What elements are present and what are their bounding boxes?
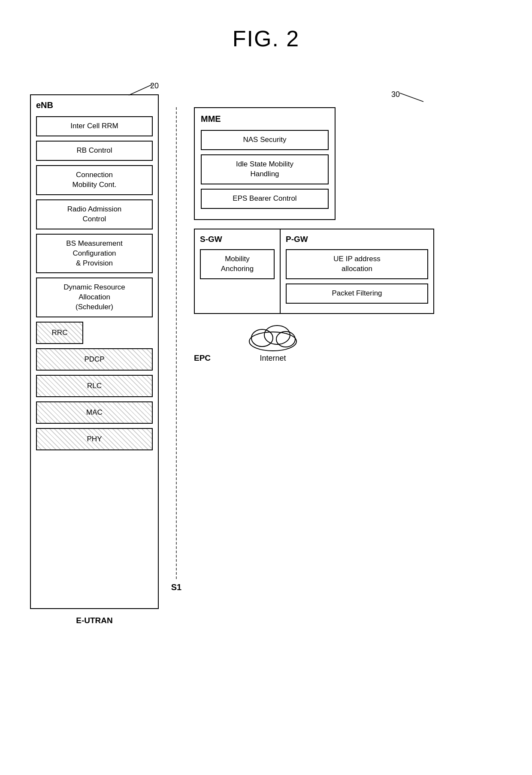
rrc-hatched-box: RRC — [36, 322, 83, 344]
ue-ip-box: UE IP addressallocation — [286, 249, 428, 279]
connection-mobility-box: ConnectionMobility Cont. — [36, 165, 153, 195]
sgw-label: S-GW — [200, 235, 275, 244]
pdcp-hatched-box: PDCP — [36, 348, 153, 371]
inter-cell-rrm-box: Inter Cell RRM — [36, 116, 153, 136]
mme-block: MME NAS Security Idle State MobilityHand… — [194, 107, 336, 220]
phy-hatched-box: PHY — [36, 428, 153, 450]
pgw-label: P-GW — [286, 235, 428, 244]
sgw-block: S-GW MobilityAnchoring — [195, 229, 281, 313]
svg-point-3 — [251, 329, 273, 347]
internet-cloud-container: Internet — [245, 320, 301, 363]
svg-line-1 — [400, 93, 423, 102]
ref-30-line — [396, 91, 430, 104]
page-title: FIG. 2 — [233, 26, 299, 51]
internet-label: Internet — [260, 354, 286, 363]
nas-security-box: NAS Security — [201, 130, 329, 150]
dashed-separator — [176, 107, 177, 579]
svg-line-0 — [129, 84, 152, 95]
epc-section: 30 MME NAS Security Idle State MobilityH… — [194, 94, 434, 363]
s1-label: S1 — [171, 582, 181, 592]
mme-label: MME — [201, 114, 329, 124]
internet-cloud-icon — [245, 320, 301, 352]
gateway-row: S-GW MobilityAnchoring P-GW UE IP addres… — [194, 229, 434, 314]
rlc-hatched-box: RLC — [36, 375, 153, 397]
pgw-block: P-GW UE IP addressallocation Packet Filt… — [281, 229, 433, 313]
eps-bearer-box: EPS Bearer Control — [201, 189, 329, 209]
packet-filtering-box: Packet Filtering — [286, 283, 428, 304]
mobility-anchoring-box: MobilityAnchoring — [200, 249, 275, 279]
radio-admission-box: Radio AdmissionControl — [36, 199, 153, 229]
idle-state-box: Idle State MobilityHandling — [201, 154, 329, 184]
enb-block: 20 eNB Inter Cell RRM RB Control Connect… — [30, 94, 159, 625]
enb-label: eNB — [36, 100, 153, 110]
rb-control-box: RB Control — [36, 141, 153, 161]
bs-measurement-box: BS MeasurementConfiguration& Provision — [36, 234, 153, 274]
svg-point-2 — [249, 332, 296, 351]
epc-bottom-label: EPC — [194, 353, 211, 363]
mac-hatched-box: MAC — [36, 401, 153, 424]
ref-30-container: 30 — [194, 94, 434, 107]
dynamic-resource-box: Dynamic ResourceAllocation(Scheduler) — [36, 277, 153, 317]
e-utran-label: E-UTRAN — [30, 616, 159, 625]
